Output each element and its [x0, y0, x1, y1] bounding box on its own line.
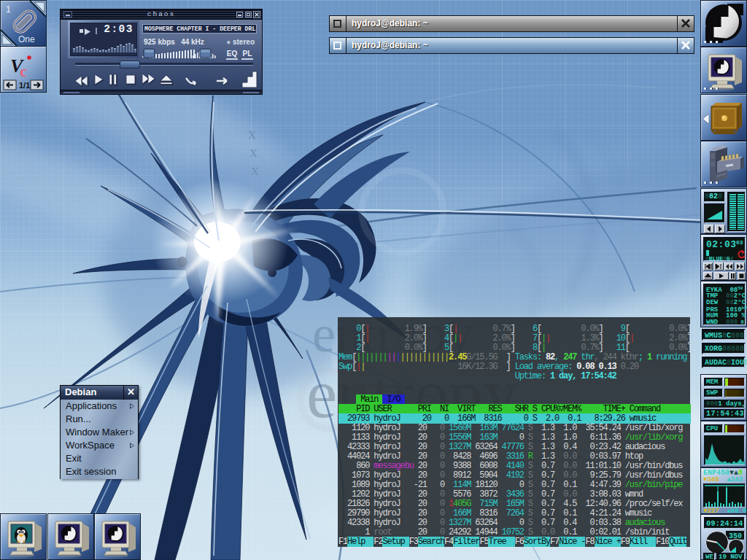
svg-text:One: One — [18, 34, 35, 44]
svg-text:x: x — [249, 142, 258, 160]
svg-text:1/1: 1/1 — [19, 81, 30, 90]
svg-text:1: 1 — [6, 4, 11, 15]
svg-text:x: x — [248, 124, 256, 142]
svg-text:c: c — [20, 62, 27, 80]
